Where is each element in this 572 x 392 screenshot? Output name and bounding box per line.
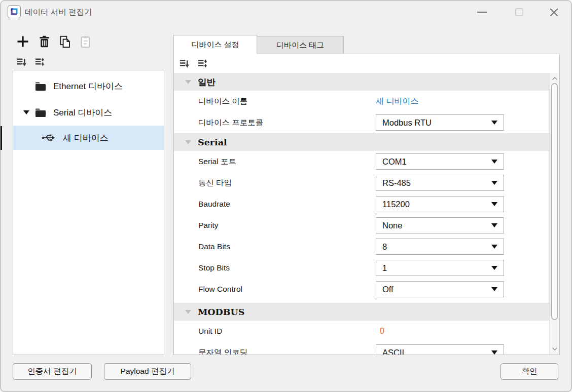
sort-updown-icon[interactable] (34, 56, 46, 70)
dropdown-value: Off (382, 285, 394, 294)
row-stop-bits: Stop Bits 1 (174, 257, 549, 279)
chevron-down-icon (491, 202, 497, 206)
tree-sort-bar (13, 53, 164, 70)
button-label: Payload 편집기 (121, 366, 175, 377)
device-name-value[interactable]: 새 디바이스 (376, 96, 418, 107)
sort-updown-icon[interactable] (197, 58, 208, 71)
expand-caret-icon[interactable] (23, 110, 29, 114)
scrollbar-thumb[interactable] (551, 83, 558, 320)
dropdown-value: 8 (382, 242, 387, 252)
button-label: 확인 (522, 366, 538, 377)
chevron-down-icon (491, 266, 497, 270)
tab-device-tags[interactable]: 디바이스 태그 (257, 36, 344, 54)
chevron-down-icon (491, 181, 497, 185)
section-title: 일반 (198, 76, 216, 88)
chevron-down-icon (491, 350, 497, 355)
sort-descending-icon[interactable] (178, 58, 190, 71)
row-parity: Parity None (174, 215, 549, 236)
payload-editor-button[interactable]: Payload 편집기 (104, 363, 191, 380)
tree-item-label: Ethernet 디바이스 (53, 81, 123, 92)
stop-bits-dropdown[interactable]: 1 (376, 260, 504, 276)
baudrate-dropdown[interactable]: 115200 (376, 196, 504, 212)
prop-label: 문자열 인코딩 (198, 347, 247, 355)
prop-label: Data Bits (198, 242, 230, 251)
prop-label: Flow Control (198, 285, 242, 294)
minimize-icon[interactable] (473, 6, 490, 19)
property-panel: 일반 디바이스 이름 새 디바이스 디바이스 프로토콜 Modbus RTU S… (173, 54, 560, 355)
prop-label: Baudrate (198, 200, 230, 209)
selection-edge-marker (1, 126, 2, 150)
app-logo-icon (8, 5, 21, 18)
usb-icon (42, 133, 55, 143)
certificate-editor-button[interactable]: 인증서 편집기 (13, 363, 92, 380)
tree-item-ethernet-devices[interactable]: Ethernet 디바이스 (13, 73, 164, 99)
tree-item-label: Serial 디바이스 (53, 107, 112, 119)
scroll-up-icon[interactable] (550, 74, 560, 83)
tab-label: 디바이스 설정 (191, 40, 239, 50)
chevron-down-icon (491, 223, 497, 227)
tree-item-label: 새 디바이스 (63, 132, 109, 144)
prop-label: Parity (198, 221, 219, 230)
serial-port-dropdown[interactable]: COM1 (376, 153, 504, 170)
parity-dropdown[interactable]: None (376, 217, 504, 233)
chevron-down-icon (491, 245, 497, 249)
ok-button[interactable]: 확인 (500, 363, 558, 380)
dropdown-value: Modbus RTU (382, 118, 432, 128)
property-sort-bar (174, 54, 559, 73)
dropdown-value: 1 (382, 263, 387, 273)
device-tree: Ethernet 디바이스 Serial 디바이스 (13, 70, 164, 355)
copy-icon[interactable] (57, 34, 73, 49)
property-grid: 일반 디바이스 이름 새 디바이스 디바이스 프로토콜 Modbus RTU S… (174, 73, 549, 355)
tab-label: 디바이스 태그 (276, 41, 324, 50)
string-encoding-dropdown[interactable]: ASCII (376, 344, 504, 355)
tab-device-settings[interactable]: 디바이스 설정 (173, 35, 257, 54)
folder-icon (35, 108, 46, 117)
maximize-icon[interactable] (511, 6, 528, 19)
row-serial-port: Serial 포트 COM1 (174, 151, 549, 172)
prop-label: 통신 타입 (198, 178, 232, 188)
scroll-down-icon[interactable] (550, 344, 560, 354)
row-unit-id: Unit ID 0 (174, 321, 549, 342)
collapse-caret-icon (185, 140, 191, 144)
section-serial[interactable]: Serial (174, 133, 549, 151)
prop-label: 디바이스 이름 (198, 96, 247, 107)
row-data-bits: Data Bits 8 (174, 236, 549, 257)
row-baudrate: Baudrate 115200 (174, 193, 549, 215)
data-server-editor-window: 데이터 서버 편집기 (0, 0, 572, 392)
button-label: 인증서 편집기 (27, 366, 77, 377)
collapse-caret-icon (185, 80, 191, 84)
dropdown-value: ASCII (382, 348, 404, 355)
chevron-down-icon (491, 121, 497, 125)
section-general[interactable]: 일반 (174, 73, 549, 91)
add-icon[interactable] (15, 34, 30, 49)
dropdown-value: RS-485 (382, 178, 411, 188)
section-title: MODBUS (198, 307, 244, 317)
device-protocol-dropdown[interactable]: Modbus RTU (376, 114, 504, 131)
chevron-down-icon (491, 287, 497, 291)
prop-label: Unit ID (198, 327, 222, 336)
vertical-scrollbar (549, 73, 559, 355)
prop-label: Serial 포트 (198, 156, 236, 167)
titlebar[interactable]: 데이터 서버 편집기 (1, 1, 571, 23)
row-device-protocol: 디바이스 프로토콜 Modbus RTU (174, 112, 549, 133)
comm-type-dropdown[interactable]: RS-485 (376, 175, 504, 191)
tree-item-serial-devices[interactable]: Serial 디바이스 (13, 99, 164, 126)
close-icon[interactable] (545, 5, 562, 20)
dropdown-value: COM1 (382, 157, 407, 167)
prop-label: Stop Bits (198, 263, 230, 272)
chevron-down-icon (491, 160, 497, 164)
collapse-caret-icon (185, 310, 191, 314)
row-flow-control: Flow Control Off (174, 279, 549, 300)
unit-id-value[interactable]: 0 (376, 327, 384, 336)
dropdown-value: None (382, 221, 402, 230)
folder-icon (35, 82, 46, 91)
section-title: Serial (198, 137, 227, 147)
section-modbus[interactable]: MODBUS (174, 303, 549, 321)
sort-descending-icon[interactable] (16, 56, 27, 70)
row-device-name: 디바이스 이름 새 디바이스 (174, 91, 549, 112)
paste-icon[interactable] (78, 34, 93, 49)
tree-item-new-device[interactable]: 새 디바이스 (13, 126, 164, 150)
data-bits-dropdown[interactable]: 8 (376, 239, 504, 255)
trash-icon[interactable] (37, 34, 52, 49)
flow-control-dropdown[interactable]: Off (376, 281, 504, 297)
